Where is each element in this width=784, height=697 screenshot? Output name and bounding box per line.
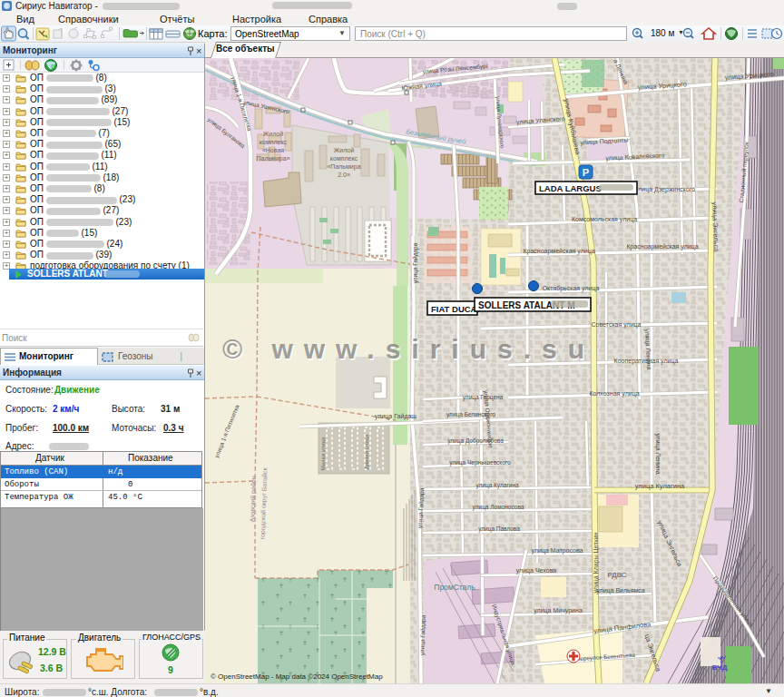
svg-text:улица Ломоносова: улица Ломоносова	[473, 504, 524, 511]
svg-text:улица Гайдара: улица Гайдара	[412, 242, 419, 283]
svg-text:2.0»: 2.0»	[338, 172, 350, 178]
svg-text:улица Добролюбова: улица Добролюбова	[447, 437, 504, 445]
svg-text:«Новая: «Новая	[262, 147, 284, 153]
svg-text:© www.sirius.su: © www.sirius.su	[222, 334, 595, 364]
svg-text:Жилой: Жилой	[263, 131, 283, 137]
svg-text:улица Ленина: улица Ленина	[654, 433, 662, 474]
svg-text:Пальмира»: Пальмира»	[256, 155, 289, 162]
svg-text:улица Гайдаш: улица Гайдаш	[375, 413, 416, 420]
svg-text:улица Дзержинского: улица Дзержинского	[635, 186, 695, 193]
svg-text:Красноармейская улица: Красноармейская улица	[626, 243, 698, 250]
svg-text:Октябрьская улица: Октябрьская улица	[543, 285, 600, 292]
svg-text:Жилой: Жилой	[334, 147, 354, 153]
svg-text:P: P	[583, 167, 589, 178]
svg-text:улица Мичурина: улица Мичурина	[534, 607, 583, 614]
svg-text:улица Клары Цеткин: улица Клары Цеткин	[593, 532, 600, 593]
svg-text:ВЧД: ВЧД	[712, 663, 728, 672]
svg-text:Дивная улица: Дивная улица	[364, 434, 369, 469]
svg-text:Комсомольская улица: Комсомольская улица	[572, 216, 637, 223]
svg-text:Колхозная улица: Колхозная улица	[589, 390, 639, 398]
svg-text:ПромСталь: ПромСталь	[434, 583, 475, 592]
svg-text:улица Чернышевского: улица Чернышевского	[449, 459, 511, 466]
svg-text:улица Чехова: улица Чехова	[516, 567, 557, 574]
svg-text:«Пальмира: «Пальмира	[327, 163, 360, 171]
svg-text:улица Кулагина: улица Кулагина	[635, 482, 685, 490]
svg-text:Красноармейская улица: Красноармейская улица	[523, 248, 594, 255]
svg-text:улица Вильямса: улица Вильямса	[596, 587, 645, 594]
svg-text:Советская улица: Советская улица	[592, 321, 642, 329]
svg-text:улица Герцена: улица Герцена	[463, 394, 504, 401]
svg-text:улица Матросова: улица Матросова	[532, 547, 583, 555]
svg-text:Малая улица: Малая улица	[320, 437, 326, 470]
svg-text:РДВС: РДВС	[607, 571, 626, 579]
svg-text:LADA LARGUS: LADA LARGUS	[539, 183, 602, 193]
svg-text:улица Кулагина: улица Кулагина	[475, 482, 519, 489]
svg-text:комплекс: комплекс	[330, 155, 358, 162]
svg-text:комплекс: комплекс	[260, 139, 288, 145]
svg-text:© OpenStreetMap - Map data ©20: © OpenStreetMap - Map data ©2024 OpenStr…	[211, 672, 383, 681]
svg-text:улица Павлова: улица Павлова	[478, 525, 520, 533]
